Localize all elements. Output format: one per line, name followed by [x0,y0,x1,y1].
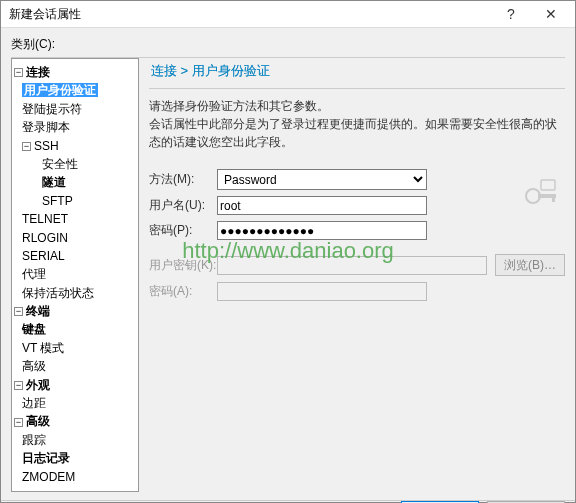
tree-log[interactable]: 日志记录 [22,451,70,465]
close-button[interactable]: ✕ [531,1,571,27]
svg-point-0 [526,189,540,203]
tree-keepalive[interactable]: 保持活动状态 [22,286,94,300]
tree-login-prompt[interactable]: 登陆提示符 [22,102,82,116]
tree-terminal[interactable]: 终端 [26,304,50,318]
expand-icon[interactable]: − [14,381,23,390]
tree-serial[interactable]: SERIAL [22,249,65,263]
tree-keyboard[interactable]: 键盘 [22,322,46,336]
tree-trace[interactable]: 跟踪 [22,433,46,447]
dialog-window: 新建会话属性 ? ✕ 类别(C): −连接 用户身份验证 登陆提示符 登录脚本 … [0,0,576,503]
expand-icon[interactable]: − [14,68,23,77]
tree-telnet[interactable]: TELNET [22,212,68,226]
tree-auth[interactable]: 用户身份验证 [22,83,98,97]
content-panel: 连接 > 用户身份验证 请选择身份验证方法和其它参数。 会话属性中此部分是为了登… [139,58,565,492]
titlebar: 新建会话属性 ? ✕ [1,1,575,28]
username-input[interactable] [217,196,427,215]
password-label: 密码(P): [149,222,217,239]
pubkey-input [217,256,487,275]
tree-security[interactable]: 安全性 [42,157,78,171]
username-label: 用户名(U): [149,197,217,214]
method-label: 方法(M): [149,171,217,188]
method-select[interactable]: Password [217,169,427,190]
category-tree[interactable]: −连接 用户身份验证 登陆提示符 登录脚本 −SSH 安全性 隧道 SFTP T… [11,58,139,492]
dialog-body: 类别(C): −连接 用户身份验证 登陆提示符 登录脚本 −SSH 安全性 隧道… [1,28,575,500]
tree-appearance[interactable]: 外观 [26,378,50,392]
key-icon [519,176,559,210]
category-label: 类别(C): [11,36,565,53]
tree-proxy[interactable]: 代理 [22,267,46,281]
svg-rect-2 [552,194,555,202]
password2-label: 密码(A): [149,283,217,300]
tree-ssh[interactable]: SSH [34,139,59,153]
help-button[interactable]: ? [491,1,531,27]
browse-button: 浏览(B)… [495,254,565,276]
expand-icon[interactable]: − [14,307,23,316]
svg-rect-3 [541,180,555,190]
tree-tunnel[interactable]: 隧道 [42,175,66,189]
password2-input [217,282,427,301]
tree-rlogin[interactable]: RLOGIN [22,231,68,245]
window-title: 新建会话属性 [5,6,491,23]
description: 请选择身份验证方法和其它参数。 会话属性中此部分是为了登录过程更便捷而提供的。如… [149,97,565,151]
tree-zmodem[interactable]: ZMODEM [22,470,75,484]
tree-vt[interactable]: VT 模式 [22,341,64,355]
tree-advanced[interactable]: 高级 [26,414,50,428]
tree-margin[interactable]: 边距 [22,396,46,410]
tree-advanced-t[interactable]: 高级 [22,359,46,373]
tree-sftp[interactable]: SFTP [42,194,73,208]
tree-connection[interactable]: 连接 [26,65,50,79]
pubkey-label: 用户密钥(K): [149,257,217,274]
breadcrumb: 连接 > 用户身份验证 [149,58,565,89]
expand-icon[interactable]: − [14,418,23,427]
tree-login-script[interactable]: 登录脚本 [22,120,70,134]
expand-icon[interactable]: − [22,142,31,151]
password-input[interactable] [217,221,427,240]
